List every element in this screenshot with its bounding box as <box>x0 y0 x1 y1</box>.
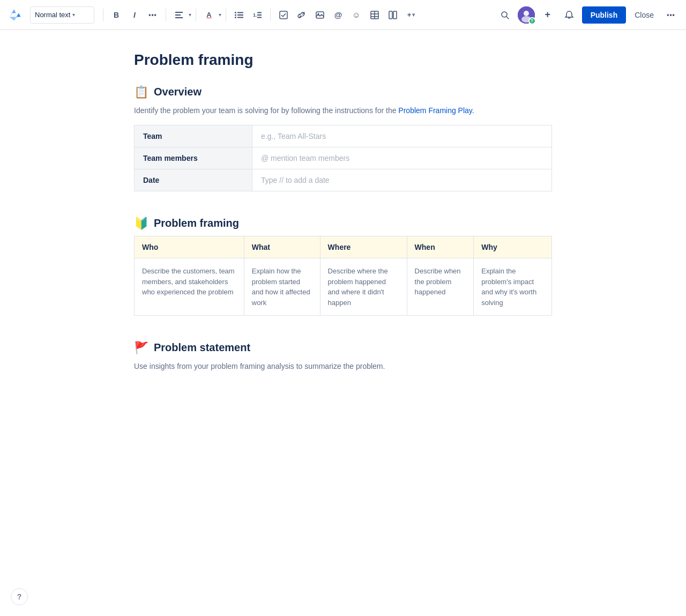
text-style-dropdown[interactable]: Normal text ▾ <box>30 6 94 24</box>
framing-table-header-row: Who What Where When Why <box>135 236 552 258</box>
color-group: A ▾ <box>200 6 221 24</box>
svg-rect-1 <box>175 14 181 16</box>
toolbar-divider-2 <box>166 9 166 21</box>
bold-button[interactable]: B <box>108 6 125 24</box>
overview-description: Identify the problem your team is solvin… <box>134 105 552 116</box>
svg-rect-4 <box>237 12 243 13</box>
problem-framing-heading-text: Problem framing <box>154 217 239 229</box>
problem-framing-icon: 🔰 <box>134 218 148 229</box>
team-members-value[interactable]: @ mention team members <box>252 147 552 169</box>
svg-rect-12 <box>257 17 262 18</box>
who-cell[interactable]: Describe the customers, team members, an… <box>135 258 244 316</box>
text-color-button[interactable]: A <box>200 6 218 24</box>
table-row: Date Type // to add a date <box>135 169 552 191</box>
publish-button[interactable]: Publish <box>582 6 627 24</box>
image-button[interactable] <box>311 6 329 24</box>
overview-icon: 📋 <box>134 86 148 98</box>
toolbar-divider-1 <box>103 9 103 21</box>
toolbar-divider-5 <box>270 9 271 21</box>
problem-statement-heading-text: Problem statement <box>154 342 250 354</box>
svg-point-5 <box>235 14 236 16</box>
options-button[interactable]: ••• <box>662 6 680 24</box>
app-logo <box>6 6 24 24</box>
italic-button[interactable]: I <box>126 6 143 24</box>
svg-point-25 <box>524 11 529 16</box>
problem-framing-heading: 🔰 Problem framing <box>134 217 552 229</box>
task-button[interactable] <box>275 6 292 24</box>
framing-table-data-row: Describe the customers, team members, an… <box>135 258 552 316</box>
chevron-down-icon: ▾ <box>72 12 75 18</box>
page-title: Problem framing <box>134 51 552 69</box>
svg-point-7 <box>235 17 236 18</box>
toolbar: Normal text ▾ B I ••• ▾ A ▾ 1. <box>0 0 686 30</box>
team-value[interactable]: e.g., Team All-Stars <box>252 125 552 147</box>
col-when: When <box>407 236 474 258</box>
link-button[interactable] <box>293 6 310 24</box>
when-cell[interactable]: Describe when the problem happened <box>407 258 474 316</box>
table-row: Team e.g., Team All-Stars <box>135 125 552 147</box>
toolbar-right: T + Publish Close ••• <box>496 6 680 24</box>
col-who: Who <box>135 236 244 258</box>
col-where: Where <box>320 236 407 258</box>
problem-framing-link[interactable]: Problem Framing Play. <box>398 106 474 115</box>
overview-heading: 📋 Overview <box>134 86 552 98</box>
align-group: ▾ <box>170 6 191 24</box>
color-chevron-icon: ▾ <box>219 12 221 18</box>
team-members-label: Team members <box>135 147 252 169</box>
svg-rect-2 <box>175 17 183 18</box>
list-group: 1. <box>230 6 266 24</box>
svg-rect-21 <box>393 11 397 19</box>
svg-rect-0 <box>175 12 183 13</box>
svg-text:1.: 1. <box>253 12 257 18</box>
page-content: Problem framing 📋 Overview Identify the … <box>113 30 573 441</box>
svg-rect-6 <box>237 14 243 16</box>
search-button[interactable] <box>496 6 513 24</box>
avatar[interactable]: T <box>518 6 535 24</box>
close-button[interactable]: Close <box>630 8 658 23</box>
problem-statement-section: 🚩 Problem statement Use insights from yo… <box>134 342 552 372</box>
date-value[interactable]: Type // to add a date <box>252 169 552 191</box>
svg-line-23 <box>506 17 509 19</box>
svg-rect-20 <box>389 11 392 19</box>
overview-heading-text: Overview <box>154 86 202 98</box>
svg-rect-10 <box>257 12 262 13</box>
align-chevron-icon: ▾ <box>189 12 191 18</box>
insert-more-button[interactable]: + ▾ <box>402 6 420 24</box>
insert-group: @ ☺ + ▾ <box>275 6 420 24</box>
toolbar-divider-4 <box>226 9 226 21</box>
date-label: Date <box>135 169 252 191</box>
avatar-badge: T <box>528 17 536 25</box>
more-format-button[interactable]: ••• <box>144 6 161 24</box>
toolbar-divider-3 <box>196 9 196 21</box>
add-button[interactable]: + <box>539 6 556 24</box>
bullet-list-button[interactable] <box>230 6 248 24</box>
table-button[interactable] <box>366 6 383 24</box>
problem-statement-icon: 🚩 <box>134 342 148 354</box>
why-cell[interactable]: Explain the problem's impact and why it'… <box>474 258 552 316</box>
numbered-list-button[interactable]: 1. <box>249 6 266 24</box>
format-group: B I ••• <box>108 6 161 24</box>
align-button[interactable] <box>170 6 188 24</box>
table-row: Team members @ mention team members <box>135 147 552 169</box>
col-what: What <box>244 236 320 258</box>
overview-table: Team e.g., Team All-Stars Team members @… <box>134 125 552 191</box>
team-label: Team <box>135 125 252 147</box>
overview-desc-prefix: Identify the problem your team is solvin… <box>134 106 398 115</box>
overview-section: 📋 Overview Identify the problem your tea… <box>134 86 552 191</box>
svg-rect-8 <box>237 17 243 18</box>
col-why: Why <box>474 236 552 258</box>
mention-button[interactable]: @ <box>330 6 347 24</box>
where-cell[interactable]: Describe where the problem happened and … <box>320 258 407 316</box>
svg-rect-11 <box>257 14 262 16</box>
framing-table: Who What Where When Why Describe the cus… <box>134 236 552 316</box>
svg-point-3 <box>235 12 236 13</box>
emoji-button[interactable]: ☺ <box>348 6 365 24</box>
problem-statement-heading: 🚩 Problem statement <box>134 342 552 354</box>
what-cell[interactable]: Explain how the problem started and how … <box>244 258 320 316</box>
notification-button[interactable] <box>561 6 578 24</box>
layout-button[interactable] <box>384 6 401 24</box>
svg-rect-13 <box>280 11 287 19</box>
text-style-label: Normal text <box>35 11 70 19</box>
problem-framing-section: 🔰 Problem framing Who What Where When Wh… <box>134 217 552 316</box>
problem-statement-desc: Use insights from your problem framing a… <box>134 360 552 372</box>
